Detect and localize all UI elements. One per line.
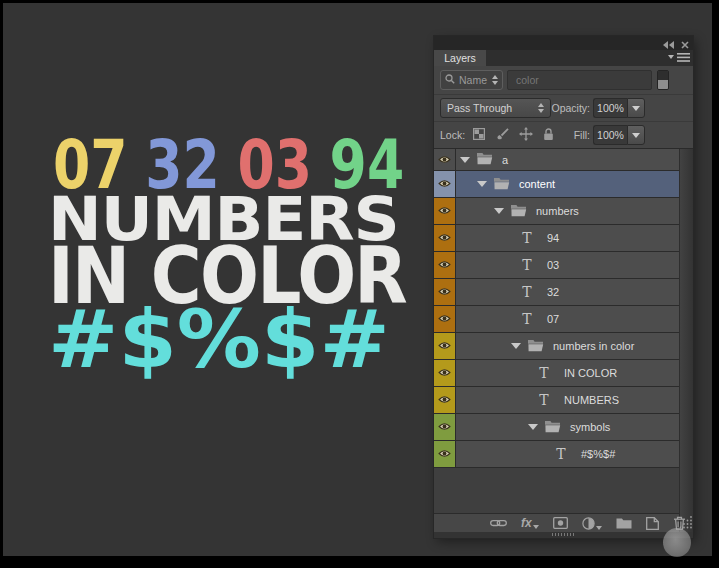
visibility-eye-cell[interactable]	[434, 252, 456, 278]
eye-icon	[438, 178, 451, 190]
eye-icon	[438, 367, 451, 379]
expand-triangle-icon[interactable]	[528, 424, 538, 430]
layer-row[interactable]: T NUMBERS	[434, 387, 679, 414]
new-group-icon[interactable]	[616, 517, 632, 529]
layer-name: a	[502, 154, 508, 166]
layer-row-body[interactable]: T numbers	[456, 198, 679, 224]
text-layer-icon: T	[521, 258, 533, 272]
eye-icon	[438, 232, 451, 244]
layer-row-body[interactable]: T 32	[456, 279, 679, 305]
panel-drag-handle[interactable]	[552, 533, 576, 536]
opacity-label: Opacity:	[551, 102, 590, 114]
visibility-eye-cell[interactable]	[434, 306, 456, 332]
visibility-eye-cell[interactable]	[434, 279, 456, 305]
layer-row[interactable]: T a	[434, 149, 679, 171]
filter-search-input[interactable]: color	[507, 70, 652, 90]
eye-icon	[438, 448, 451, 460]
opacity-control[interactable]: 100%	[593, 98, 645, 118]
layer-row-body[interactable]: T IN COLOR	[456, 360, 679, 386]
filter-query-text: color	[516, 74, 539, 86]
layer-row-body[interactable]: T a	[456, 149, 679, 170]
eye-icon	[438, 259, 451, 271]
layer-list: T a T content	[434, 149, 679, 468]
filter-type-select[interactable]: Name	[440, 70, 503, 90]
filtering-toggle[interactable]	[657, 70, 669, 90]
tab-layers[interactable]: Layers	[434, 50, 486, 66]
layer-row[interactable]: T IN COLOR	[434, 360, 679, 387]
layer-row-body[interactable]: T symbols	[456, 414, 679, 440]
text-layer-icon: T	[538, 393, 550, 407]
text-layer-icon: T	[521, 312, 533, 326]
visibility-eye-cell[interactable]	[434, 149, 456, 170]
visibility-eye-cell[interactable]	[434, 414, 456, 440]
adjustment-layer-icon[interactable]	[582, 517, 602, 530]
layer-row[interactable]: T content	[434, 171, 679, 198]
panel-tab-bar: Layers	[434, 50, 693, 66]
eye-icon	[438, 313, 451, 325]
link-layers-icon[interactable]	[490, 518, 507, 528]
layer-row[interactable]: T #$%$#	[434, 441, 679, 468]
screenshot-root: 07320394 NUMBERS IN COLOR #$%$# Layers	[0, 0, 719, 568]
fill-value[interactable]: 100%	[593, 125, 627, 145]
lock-row: Lock: Fill:	[434, 122, 693, 149]
panel-menu-icon[interactable]	[668, 53, 690, 62]
layer-name: 32	[547, 286, 559, 298]
layer-row[interactable]: T symbols	[434, 414, 679, 441]
search-icon	[445, 74, 455, 86]
opacity-value[interactable]: 100%	[593, 98, 627, 118]
layer-row[interactable]: T 94	[434, 225, 679, 252]
layer-row[interactable]: T 07	[434, 306, 679, 333]
new-layer-icon[interactable]	[646, 517, 659, 530]
panel-footer-toolbar: fx	[434, 513, 679, 532]
expand-triangle-icon[interactable]	[494, 208, 504, 214]
panel-header-bar	[434, 36, 693, 50]
opacity-dropdown-icon[interactable]	[627, 98, 645, 118]
visibility-eye-cell[interactable]	[434, 441, 456, 467]
lock-all-icon[interactable]	[543, 128, 554, 143]
layer-row[interactable]: T numbers	[434, 198, 679, 225]
add-layer-mask-icon[interactable]	[553, 517, 568, 529]
lock-position-icon[interactable]	[519, 127, 533, 143]
lock-transparency-icon[interactable]	[473, 128, 485, 142]
layer-row-body[interactable]: T #$%$#	[456, 441, 679, 467]
scrollbar-track[interactable]	[679, 149, 693, 532]
layer-row[interactable]: T numbers in color	[434, 333, 679, 360]
layer-row-body[interactable]: T numbers in color	[456, 333, 679, 359]
layer-row-body[interactable]: T NUMBERS	[456, 387, 679, 413]
layer-name: numbers in color	[553, 340, 634, 352]
layer-list-empty-area[interactable]	[434, 468, 679, 513]
fill-dropdown-icon[interactable]	[627, 125, 645, 145]
layer-row[interactable]: T 03	[434, 252, 679, 279]
panel-bottom-edge	[434, 532, 693, 538]
visibility-eye-cell[interactable]	[434, 225, 456, 251]
expand-triangle-icon[interactable]	[477, 181, 487, 187]
symbols-text: #$%$#	[48, 300, 390, 380]
filter-row: Name color	[434, 66, 693, 95]
fill-control[interactable]: 100%	[593, 125, 645, 145]
layer-row-body[interactable]: T content	[456, 171, 679, 197]
layer-row[interactable]: T 32	[434, 279, 679, 306]
eye-icon	[438, 205, 451, 217]
layer-row-body[interactable]: T 03	[456, 252, 679, 278]
visibility-eye-cell[interactable]	[434, 198, 456, 224]
visibility-eye-cell[interactable]	[434, 360, 456, 386]
visibility-eye-cell[interactable]	[434, 387, 456, 413]
group-folder-icon	[493, 177, 510, 192]
expand-triangle-icon[interactable]	[460, 157, 470, 163]
text-layer-icon: T	[555, 447, 567, 461]
eye-icon	[438, 286, 451, 298]
group-folder-icon	[510, 204, 527, 219]
blend-mode-select[interactable]: Pass Through	[440, 98, 551, 118]
expand-triangle-icon[interactable]	[511, 343, 521, 349]
document-canvas[interactable]: 07320394 NUMBERS IN COLOR #$%$# Layers	[3, 3, 712, 556]
layer-row-body[interactable]: T 94	[456, 225, 679, 251]
layer-name: content	[519, 178, 555, 190]
layer-name: numbers	[536, 205, 579, 217]
visibility-eye-cell[interactable]	[434, 171, 456, 197]
layer-style-fx-icon[interactable]: fx	[521, 517, 539, 529]
lock-paint-brush-icon[interactable]	[495, 128, 509, 142]
blend-row: Pass Through Opacity: 100%	[434, 95, 693, 122]
visibility-eye-cell[interactable]	[434, 333, 456, 359]
layer-row-body[interactable]: T 07	[456, 306, 679, 332]
cursor-highlight	[663, 528, 691, 557]
